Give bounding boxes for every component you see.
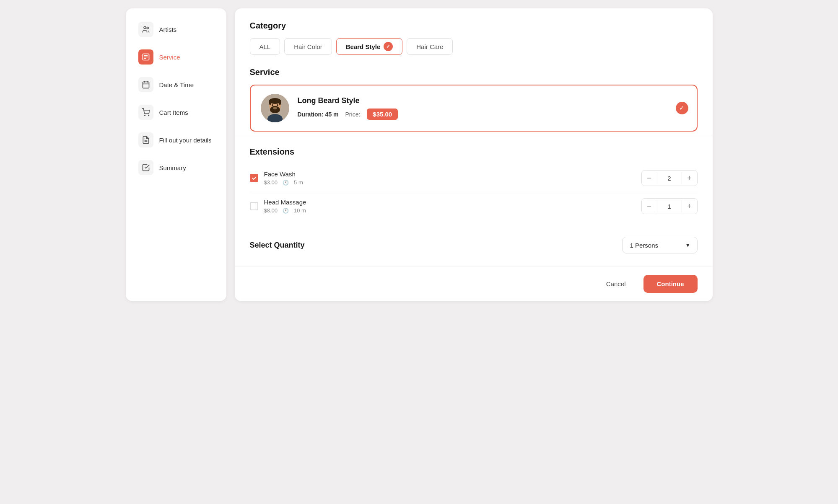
tab-haircolor[interactable]: Hair Color <box>284 38 332 55</box>
facewash-price: $3.00 <box>264 179 278 186</box>
facewash-checkbox[interactable] <box>250 174 258 182</box>
headmassage-info: Head Massage $8.00 🕐 10 m <box>264 199 641 214</box>
extensions-title: Extensions <box>250 147 698 157</box>
sidebar-item-cart[interactable]: Cart Items <box>132 100 220 125</box>
extension-headmassage: Head Massage $8.00 🕐 10 m − 1 + <box>250 192 698 220</box>
chevron-down-icon: ▾ <box>686 241 690 249</box>
main-footer: Cancel Continue <box>235 266 713 301</box>
select-quantity-section: Select Quantity 1 Persons ▾ <box>250 233 698 253</box>
datetime-icon <box>138 77 153 92</box>
sidebar-item-service[interactable]: Service <box>132 44 220 70</box>
tab-haircare-label: Hair Care <box>416 43 443 50</box>
continue-button[interactable]: Continue <box>643 275 698 293</box>
facewash-meta: $3.00 🕐 5 m <box>264 179 641 186</box>
service-meta: Duration: 45 m Price: $35.00 <box>298 109 687 120</box>
facewash-info: Face Wash $3.00 🕐 5 m <box>264 171 641 186</box>
main-content: Category ALL Hair Color Beard Style ✓ Ha… <box>235 8 713 301</box>
sidebar-item-cart-label: Cart Items <box>159 109 188 116</box>
svg-point-24 <box>273 107 277 109</box>
svg-point-1 <box>147 27 148 29</box>
svg-point-0 <box>144 26 146 28</box>
sidebar-item-artists[interactable]: Artists <box>132 17 220 42</box>
sidebar-item-filldetails[interactable]: Fill out your details <box>132 127 220 152</box>
quantity-dropdown[interactable]: 1 Persons ▾ <box>622 237 698 253</box>
headmassage-qty-plus[interactable]: + <box>682 199 697 214</box>
sidebar-item-summary-label: Summary <box>159 164 186 171</box>
facewash-clock-icon: 🕐 <box>283 180 289 186</box>
facewash-qty-minus[interactable]: − <box>642 171 657 186</box>
service-card[interactable]: Long Beard Style Duration: 45 m Price: $… <box>250 85 698 132</box>
summary-icon <box>138 160 153 175</box>
sidebar-item-filldetails-label: Fill out your details <box>159 137 212 144</box>
cancel-button[interactable]: Cancel <box>594 275 638 293</box>
headmassage-name: Head Massage <box>264 199 641 206</box>
facewash-qty-plus[interactable]: + <box>682 171 697 186</box>
sidebar-item-summary[interactable]: Summary <box>132 155 220 180</box>
headmassage-checkbox[interactable] <box>250 202 258 210</box>
sidebar-item-datetime[interactable]: Date & Time <box>132 72 220 97</box>
beardstyle-check-icon: ✓ <box>384 42 393 51</box>
extension-facewash: Face Wash $3.00 🕐 5 m − 2 + <box>250 164 698 192</box>
main-body: Category ALL Hair Color Beard Style ✓ Ha… <box>235 8 713 266</box>
headmassage-qty-control: − 1 + <box>641 198 698 214</box>
service-avatar <box>261 94 289 122</box>
quantity-dropdown-value: 1 Persons <box>630 242 659 249</box>
sidebar-item-datetime-label: Date & Time <box>159 81 194 88</box>
extensions-section: Extensions Face Wash $3.00 🕐 5 m <box>250 147 698 220</box>
facewash-qty-value: 2 <box>657 172 682 184</box>
category-tabs: ALL Hair Color Beard Style ✓ Hair Care <box>250 38 698 55</box>
headmassage-qty-minus[interactable]: − <box>642 199 657 214</box>
svg-point-10 <box>144 115 145 116</box>
divider <box>235 135 713 135</box>
sidebar-item-service-label: Service <box>159 54 180 61</box>
facewash-duration: 5 m <box>294 179 303 186</box>
svg-point-11 <box>148 115 149 116</box>
category-title: Category <box>250 21 698 31</box>
service-name: Long Beard Style <box>298 96 687 105</box>
tab-all[interactable]: ALL <box>250 38 280 55</box>
headmassage-price: $8.00 <box>264 207 278 214</box>
tab-beardstyle-label: Beard Style <box>346 43 381 50</box>
tab-beardstyle[interactable]: Beard Style ✓ <box>336 38 403 55</box>
sidebar-item-artists-label: Artists <box>159 26 177 33</box>
artists-icon <box>138 22 153 37</box>
facewash-name: Face Wash <box>264 171 641 178</box>
svg-point-20 <box>272 104 273 106</box>
service-duration: Duration: 45 m <box>298 111 339 118</box>
service-price-label: Price: <box>345 111 361 118</box>
headmassage-qty-value: 1 <box>657 200 682 212</box>
headmassage-meta: $8.00 🕐 10 m <box>264 207 641 214</box>
svg-rect-6 <box>143 82 149 88</box>
svg-rect-18 <box>269 100 271 105</box>
tab-all-label: ALL <box>259 43 271 50</box>
svg-point-21 <box>277 104 278 106</box>
service-info: Long Beard Style Duration: 45 m Price: $… <box>298 96 687 120</box>
headmassage-duration: 10 m <box>294 207 306 214</box>
select-quantity-title: Select Quantity <box>250 241 305 250</box>
svg-rect-19 <box>279 100 281 105</box>
cart-icon <box>138 105 153 120</box>
app-container: Artists Service Date & Time <box>126 8 713 301</box>
sidebar: Artists Service Date & Time <box>126 8 226 301</box>
service-selected-icon: ✓ <box>676 102 688 114</box>
filldetails-icon <box>138 132 153 147</box>
facewash-qty-control: − 2 + <box>641 170 698 186</box>
service-title: Service <box>250 67 698 77</box>
tab-haircolor-label: Hair Color <box>294 43 322 50</box>
service-price-badge: $35.00 <box>367 109 398 120</box>
service-icon <box>138 49 153 65</box>
headmassage-clock-icon: 🕐 <box>283 208 289 214</box>
tab-haircare[interactable]: Hair Care <box>407 38 453 55</box>
